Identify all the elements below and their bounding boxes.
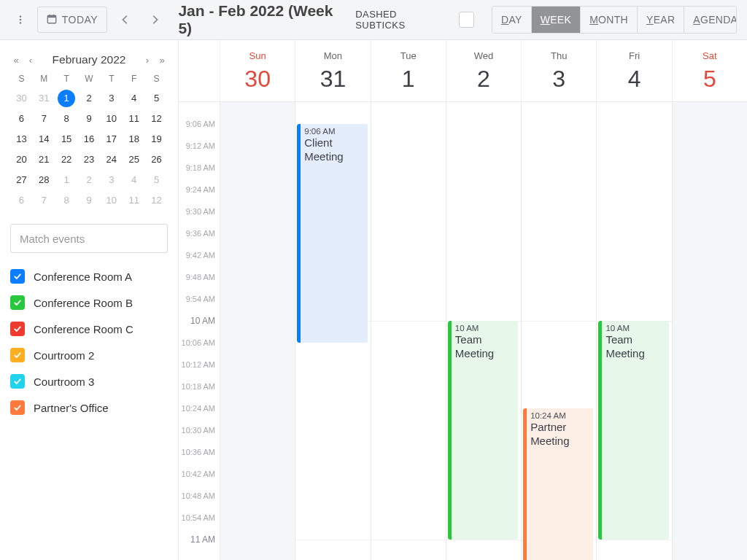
mini-day[interactable]: 31 bbox=[33, 90, 55, 107]
mini-day[interactable]: 4 bbox=[123, 90, 145, 107]
mini-day[interactable]: 25 bbox=[123, 151, 145, 168]
mini-day[interactable]: 1 bbox=[58, 90, 75, 107]
day-header[interactable]: Fri4 bbox=[596, 40, 671, 101]
day-column[interactable]: 10:24 AMPartner Meeting bbox=[521, 102, 596, 560]
dow-label: Tue bbox=[371, 50, 446, 61]
mini-day[interactable]: 15 bbox=[55, 131, 78, 148]
resource-checkbox[interactable] bbox=[10, 269, 25, 284]
mini-next-month-button[interactable]: › bbox=[142, 55, 153, 66]
next-week-button[interactable] bbox=[143, 7, 167, 32]
mini-day[interactable]: 9 bbox=[78, 192, 101, 209]
time-label: 9:54 AM bbox=[186, 295, 215, 303]
day-column[interactable] bbox=[220, 102, 295, 560]
mini-day[interactable]: 30 bbox=[10, 90, 33, 107]
mini-calendar-title[interactable]: February 2022 bbox=[53, 53, 126, 66]
resource-checkbox[interactable] bbox=[10, 374, 25, 389]
event-stripe bbox=[523, 408, 527, 560]
mini-day[interactable]: 5 bbox=[145, 171, 168, 189]
resource-label: Courtroom 3 bbox=[34, 376, 94, 388]
day-column[interactable] bbox=[672, 102, 747, 560]
mini-day[interactable]: 3 bbox=[100, 171, 123, 189]
prev-week-button[interactable] bbox=[113, 7, 137, 32]
mini-day[interactable]: 2 bbox=[78, 171, 101, 189]
view-agenda-button[interactable]: AGENDA bbox=[684, 7, 737, 33]
mini-day[interactable]: 8 bbox=[55, 110, 78, 128]
overflow-menu-button[interactable] bbox=[10, 9, 31, 31]
mini-next-year-button[interactable]: » bbox=[156, 55, 168, 66]
mini-day[interactable]: 7 bbox=[33, 192, 55, 209]
day-column[interactable]: 10 AMTeam Meeting bbox=[596, 102, 671, 560]
event-title: Team Meeting bbox=[605, 333, 664, 361]
calendar-event[interactable]: 9:06 AMClient Meeting bbox=[297, 124, 367, 343]
today-button[interactable]: TODAY bbox=[37, 7, 107, 33]
calendar-event[interactable]: 10 AMTeam Meeting bbox=[598, 321, 668, 540]
resource-item[interactable]: Conference Room C bbox=[10, 322, 168, 336]
mini-day[interactable]: 12 bbox=[145, 110, 168, 128]
mini-day[interactable]: 10 bbox=[100, 110, 123, 128]
page-title: Jan - Feb 2022 (Week 5) bbox=[178, 2, 344, 37]
mini-day[interactable]: 6 bbox=[10, 110, 33, 128]
mini-day[interactable]: 18 bbox=[123, 131, 145, 148]
mini-day[interactable]: 9 bbox=[78, 110, 101, 128]
mini-day[interactable]: 20 bbox=[10, 151, 33, 168]
resource-item[interactable]: Partner's Office bbox=[10, 400, 168, 415]
mini-day[interactable]: 10 bbox=[100, 192, 123, 209]
mini-day[interactable]: 27 bbox=[10, 171, 33, 189]
mini-day[interactable]: 24 bbox=[100, 151, 123, 168]
mini-day[interactable]: 2 bbox=[78, 90, 101, 107]
mini-day[interactable]: 16 bbox=[78, 131, 101, 148]
resource-checkbox[interactable] bbox=[10, 348, 25, 362]
resource-item[interactable]: Conference Room A bbox=[10, 269, 168, 284]
mini-day[interactable]: 12 bbox=[145, 192, 168, 209]
filter-input[interactable] bbox=[10, 224, 168, 253]
day-header[interactable]: Wed2 bbox=[446, 40, 521, 101]
resource-checkbox[interactable] bbox=[10, 295, 25, 310]
mini-day[interactable]: 14 bbox=[33, 131, 55, 148]
svg-point-2 bbox=[20, 22, 21, 23]
subticks-checkbox[interactable] bbox=[459, 12, 474, 28]
mini-day[interactable]: 22 bbox=[55, 151, 78, 168]
mini-day[interactable]: 4 bbox=[123, 171, 145, 189]
day-header[interactable]: Sat5 bbox=[672, 40, 747, 101]
view-day-button[interactable]: DAY bbox=[492, 7, 532, 33]
mini-day[interactable]: 5 bbox=[145, 90, 168, 107]
mini-day[interactable]: 21 bbox=[33, 151, 55, 168]
mini-prev-month-button[interactable]: ‹ bbox=[25, 55, 36, 66]
resource-checkbox[interactable] bbox=[10, 400, 25, 415]
view-week-button[interactable]: WEEK bbox=[532, 7, 581, 33]
mini-day[interactable]: 1 bbox=[55, 171, 78, 189]
day-header[interactable]: Thu3 bbox=[521, 40, 596, 101]
time-label: 10:12 AM bbox=[182, 360, 215, 369]
svg-rect-5 bbox=[49, 14, 50, 16]
mini-day[interactable]: 6 bbox=[10, 192, 33, 209]
mini-day[interactable]: 3 bbox=[100, 90, 123, 107]
event-time: 10 AM bbox=[455, 324, 514, 332]
event-stripe bbox=[297, 124, 301, 343]
day-header[interactable]: Tue1 bbox=[371, 40, 446, 101]
resource-item[interactable]: Courtroom 2 bbox=[10, 348, 168, 362]
view-year-button[interactable]: YEAR bbox=[638, 7, 684, 33]
day-column[interactable]: 9:06 AMClient Meeting bbox=[295, 102, 370, 560]
day-header[interactable]: Sun30 bbox=[220, 40, 295, 101]
view-month-button[interactable]: MONTH bbox=[581, 7, 638, 33]
mini-day[interactable]: 28 bbox=[33, 171, 55, 189]
resource-item[interactable]: Courtroom 3 bbox=[10, 374, 168, 389]
mini-day[interactable]: 23 bbox=[78, 151, 101, 168]
mini-day[interactable]: 11 bbox=[123, 192, 145, 209]
mini-day[interactable]: 11 bbox=[123, 110, 145, 128]
mini-day[interactable]: 7 bbox=[33, 110, 55, 128]
mini-day[interactable]: 26 bbox=[145, 151, 168, 168]
resource-item[interactable]: Conference Room B bbox=[10, 295, 168, 310]
mini-prev-year-button[interactable]: « bbox=[10, 55, 22, 66]
calendar-event[interactable]: 10:24 AMPartner Meeting bbox=[523, 408, 593, 560]
calendar-event[interactable]: 10 AMTeam Meeting bbox=[448, 321, 518, 540]
mini-day[interactable]: 17 bbox=[100, 131, 123, 148]
day-column[interactable] bbox=[371, 102, 446, 560]
mini-day[interactable]: 8 bbox=[55, 192, 78, 209]
day-column[interactable]: 10 AMTeam Meeting bbox=[446, 102, 521, 560]
day-header[interactable]: Mon31 bbox=[295, 40, 370, 101]
mini-dow: T bbox=[100, 74, 123, 84]
mini-day[interactable]: 19 bbox=[145, 131, 168, 148]
mini-day[interactable]: 13 bbox=[10, 131, 33, 148]
resource-checkbox[interactable] bbox=[10, 322, 25, 336]
